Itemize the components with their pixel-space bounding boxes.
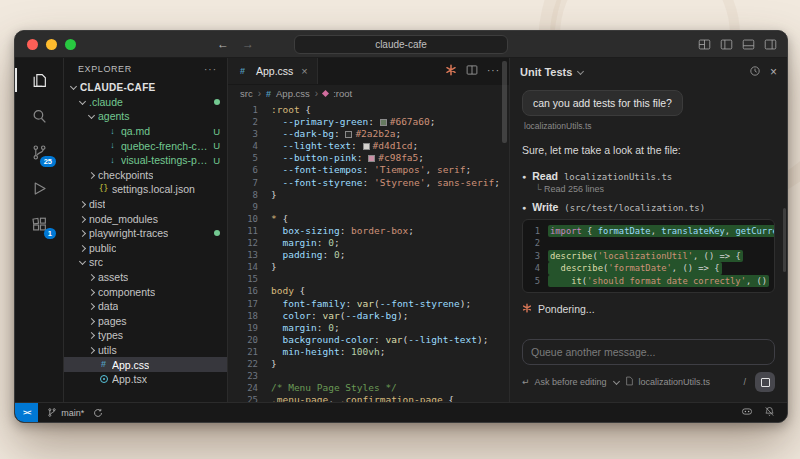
activity-extensions-icon[interactable]: 1 bbox=[15, 206, 63, 242]
file-label: visual-testings-playwright... bbox=[121, 154, 209, 166]
code-line: 4 --light-text: #d4d1cd; bbox=[228, 140, 509, 152]
command-center-search[interactable]: claude-cafe bbox=[294, 35, 508, 54]
slash-command-hint[interactable]: / bbox=[743, 377, 750, 387]
git-branch-item[interactable]: main* bbox=[47, 407, 84, 418]
tree-item-pages[interactable]: pages bbox=[64, 314, 227, 329]
code-editor[interactable]: 1:root {2 --primary-green: #667a60;3 --d… bbox=[228, 102, 509, 402]
activity-search-icon[interactable] bbox=[15, 98, 63, 134]
diff-code-block[interactable]: 1import { formatDate, translateKey, getC… bbox=[522, 219, 775, 293]
step-file[interactable]: localizationUtils.ts bbox=[564, 172, 672, 182]
back-icon[interactable]: ← bbox=[217, 38, 229, 50]
tree-item-claude[interactable]: .claude bbox=[64, 95, 227, 110]
code-line: 21 min-height: 100vh; bbox=[228, 346, 509, 358]
tree-item-dist[interactable]: dist bbox=[64, 197, 227, 212]
step-file[interactable]: (src/test/localization.ts) bbox=[564, 203, 705, 213]
chat-history-icon[interactable] bbox=[749, 65, 761, 79]
chat-panel: Unit Tests × can you add tests for this … bbox=[510, 58, 787, 402]
status-indicator: Pondering... bbox=[522, 303, 775, 315]
tree-item-node-modules[interactable]: node_modules bbox=[64, 211, 227, 226]
zoom-window-button[interactable] bbox=[65, 39, 76, 50]
chat-input[interactable] bbox=[522, 339, 775, 365]
status-bar: >< main* bbox=[15, 402, 787, 422]
breadcrumb-src[interactable]: src bbox=[240, 88, 253, 99]
code-line: 16body { bbox=[228, 285, 509, 297]
file-label: node_modules bbox=[89, 213, 158, 225]
toggle-primary-sidebar-icon[interactable] bbox=[720, 38, 733, 51]
toggle-panel-icon[interactable] bbox=[742, 38, 755, 51]
close-window-button[interactable] bbox=[27, 39, 38, 50]
close-chat-icon[interactable]: × bbox=[770, 66, 777, 78]
color-swatch[interactable] bbox=[363, 143, 370, 150]
tree-item-public[interactable]: public bbox=[64, 241, 227, 256]
sync-changes-item[interactable] bbox=[93, 408, 103, 418]
chat-scrollbar[interactable] bbox=[783, 208, 786, 272]
json-file-icon: {} bbox=[98, 185, 109, 193]
layout-controls bbox=[698, 38, 777, 51]
activity-bar: 25 1 bbox=[15, 58, 64, 402]
stop-button[interactable] bbox=[755, 372, 775, 392]
line-number: 1 bbox=[531, 225, 540, 237]
chat-title-dropdown[interactable]: Unit Tests bbox=[520, 66, 584, 78]
tree-item-agents[interactable]: agents bbox=[64, 109, 227, 124]
line-number: 5 bbox=[228, 152, 258, 164]
activity-run-debug-icon[interactable] bbox=[15, 170, 63, 206]
code-line: 17 font-family: var(--font-styrene); bbox=[228, 298, 509, 310]
attached-file-label[interactable]: localizationUtils.ts bbox=[524, 121, 775, 131]
tree-item-playwright-traces[interactable]: playwright-traces bbox=[64, 226, 227, 241]
color-swatch[interactable] bbox=[345, 131, 352, 138]
chevron-right-icon bbox=[77, 243, 87, 253]
enter-icon: ↵ bbox=[522, 377, 530, 387]
activity-source-control-icon[interactable]: 25 bbox=[15, 134, 63, 170]
toggle-secondary-sidebar-icon[interactable] bbox=[764, 38, 777, 51]
branch-name: main* bbox=[61, 408, 84, 418]
tab-app-css[interactable]: # App.css × bbox=[228, 58, 318, 84]
file-label: types bbox=[98, 329, 123, 341]
tree-item-types[interactable]: types bbox=[64, 328, 227, 343]
code-line: 20 background-color: var(--light-text); bbox=[228, 334, 509, 346]
claude-spark-icon[interactable] bbox=[445, 62, 457, 80]
git-modified-dot-icon bbox=[214, 99, 220, 105]
tree-item-utils[interactable]: utils bbox=[64, 343, 227, 358]
minimize-window-button[interactable] bbox=[46, 39, 57, 50]
line-number: 14 bbox=[228, 261, 258, 273]
tree-item-app-css[interactable]: #App.css bbox=[64, 357, 227, 372]
tree-root-folder[interactable]: CLAUDE-CAFE bbox=[64, 80, 227, 95]
breadcrumb-file[interactable]: App.css bbox=[276, 88, 310, 99]
line-number: 8 bbox=[228, 189, 258, 201]
tree-item-assets[interactable]: assets bbox=[64, 270, 227, 285]
breadcrumb: src › # App.css › :root bbox=[228, 85, 509, 102]
editor-more-actions-icon[interactable]: ··· bbox=[487, 66, 500, 76]
file-label: quebec-french-complian... bbox=[121, 140, 209, 152]
extensions-badge: 1 bbox=[44, 228, 56, 240]
editor-scrollbar[interactable] bbox=[502, 61, 507, 143]
chevron-right-icon bbox=[77, 214, 87, 224]
tool-step-read: ● Read localizationUtils.ts bbox=[522, 170, 775, 182]
context-file-label[interactable]: localizationUtils.ts bbox=[639, 377, 711, 387]
tree-item-quebec-french-complian[interactable]: ↓quebec-french-complian...U bbox=[64, 138, 227, 153]
split-editor-icon[interactable] bbox=[466, 62, 478, 80]
color-swatch[interactable] bbox=[380, 119, 387, 126]
forward-icon[interactable]: → bbox=[242, 38, 254, 50]
css-ruleset-symbol-icon bbox=[322, 90, 329, 97]
tree-item-src[interactable]: src bbox=[64, 255, 227, 270]
explorer-more-actions-icon[interactable]: ··· bbox=[204, 64, 217, 75]
tree-item-qa-md[interactable]: ↓qa.mdU bbox=[64, 124, 227, 139]
remote-indicator[interactable]: >< bbox=[15, 403, 38, 422]
activity-explorer-icon[interactable] bbox=[15, 62, 63, 98]
code-line: 3 --dark-bg: #2a2b2a; bbox=[228, 128, 509, 140]
tree-item-components[interactable]: components bbox=[64, 284, 227, 299]
tree-item-app-tsx[interactable]: App.tsx bbox=[64, 372, 227, 387]
tree-item-data[interactable]: data bbox=[64, 299, 227, 314]
chevron-down-icon bbox=[86, 111, 96, 121]
breadcrumb-symbol[interactable]: :root bbox=[333, 88, 352, 99]
notifications-bell-icon[interactable] bbox=[764, 406, 775, 419]
tree-item-settings-local-json[interactable]: {}settings.local.json bbox=[64, 182, 227, 197]
copilot-icon[interactable] bbox=[741, 406, 753, 419]
edit-mode-selector[interactable]: Ask before editing bbox=[535, 377, 607, 387]
tab-close-icon[interactable]: × bbox=[301, 65, 307, 77]
customize-layout-icon[interactable] bbox=[698, 38, 711, 51]
line-number: 10 bbox=[228, 213, 258, 225]
tree-item-checkpoints[interactable]: checkpoints bbox=[64, 168, 227, 183]
tree-item-visual-testings-playwright[interactable]: ↓visual-testings-playwright...U bbox=[64, 153, 227, 168]
color-swatch[interactable] bbox=[368, 155, 375, 162]
